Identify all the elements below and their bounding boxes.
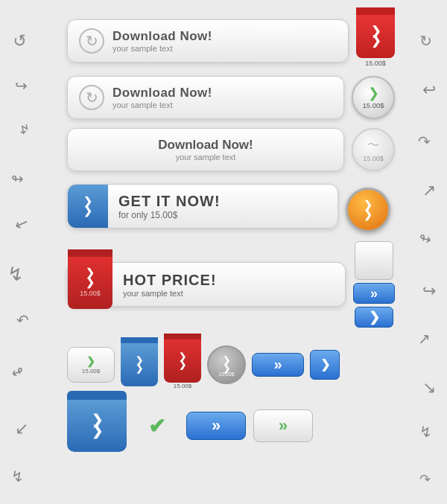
chevron-down-icon-5: ❯: [369, 309, 380, 325]
small-red-price: 15.00$: [174, 383, 191, 389]
white-rect-chevron-icon: »: [279, 416, 288, 436]
btn-sub-3: your sample text: [158, 153, 253, 162]
hot-price-button[interactable]: ❯ ❯ 15.00$ HOT PRICE! your sample text: [67, 262, 346, 307]
small-blue-square-btn[interactable]: ❯: [310, 350, 340, 380]
blue-rect-badge-2: ❯: [355, 307, 393, 328]
circle-arrow-icon-2: [79, 85, 104, 110]
download-button-3[interactable]: Download Now! your sample text: [67, 128, 344, 171]
get-it-text-area: GET IT NOW! for only 15.00$: [108, 193, 337, 220]
chevron-orange-icon: ❯ ❯: [364, 200, 372, 219]
btn-sub-2: your sample text: [112, 101, 212, 109]
arrow-icon-7: ↶: [16, 313, 29, 328]
blue-side-4: ❯ ❯: [68, 185, 108, 228]
download-button-2[interactable]: Download Now! your sample text: [67, 76, 344, 119]
row-4: ❯ ❯ GET IT NOW! for only 15.00$ ❯ ❯: [67, 180, 395, 232]
btn-sub-1: your sample text: [112, 44, 212, 53]
tab-ear-right-1: [375, 7, 395, 15]
hot-price-text-area: HOT PRICE! your sample text: [112, 272, 345, 298]
small-circle-price: 15.00$: [218, 371, 234, 377]
big-chevron-blue: ❯ ❯: [92, 415, 103, 438]
arrow-icon-r9: ↯: [419, 424, 432, 439]
arrow-icon-r2: ↩: [422, 82, 436, 98]
small-btn-1[interactable]: ❯ 15.00$: [67, 347, 115, 383]
btn-text-2: Download Now! your sample text: [112, 86, 212, 109]
arrow-icon-4: ↬: [11, 171, 24, 186]
white-rect-btn[interactable]: »: [253, 409, 313, 442]
small-blue-rect-btn[interactable]: »: [252, 353, 304, 377]
row-3: Download Now! your sample text 〜 15.00$: [67, 128, 395, 171]
small-blue-tag: ❯ ❯: [121, 343, 158, 386]
tab-ear-left-1: [356, 7, 375, 15]
chevron-icon-5: ❯ ❯: [86, 268, 95, 287]
circle-arrow-icon-1: [79, 28, 104, 54]
btn-text-3: Download Now! your sample text: [158, 138, 253, 162]
content-area: Download Now! your sample text ❯ ❯ 15.00…: [67, 15, 395, 452]
badge-price-1: 15.00$: [365, 60, 386, 67]
chevron-green-icon-2: ❯: [368, 86, 379, 100]
row-1: Download Now! your sample text ❯ ❯ 15.00…: [67, 15, 395, 67]
row-5: ❯ ❯ 15.00$ HOT PRICE! your sample text »…: [67, 241, 395, 328]
download-button-1[interactable]: Download Now! your sample text: [67, 19, 349, 63]
red-tag-5: ❯ ❯ 15.00$: [68, 257, 112, 309]
small-price-1: 15.00$: [82, 368, 100, 374]
download-icon-2: [78, 84, 105, 111]
orange-circle-badge: ❯ ❯: [346, 188, 390, 232]
btn-title-1: Download Now!: [112, 29, 212, 44]
small-chevron-blue: ❯ ❯: [136, 357, 143, 373]
chevron-icon-1: ❯ ❯: [371, 27, 381, 46]
arrow-icon-r6: ↪: [422, 283, 436, 299]
btn-title-2: Download Now!: [112, 86, 212, 101]
arrow-icon-r7: ↗: [418, 331, 431, 346]
white-rect-badge: [355, 241, 393, 280]
arrow-icon-9: ↙: [15, 421, 28, 437]
green-checkmark: ✔: [148, 414, 165, 438]
download-icon-1: [78, 28, 105, 54]
small-double-arrow-right: »: [273, 356, 282, 373]
arrow-icon-r1: ↺: [419, 34, 432, 48]
btn-title-3: Download Now!: [158, 138, 253, 152]
blue-wide-rect-btn[interactable]: »: [186, 412, 246, 440]
arrow-icon-r10: ↷: [419, 473, 431, 486]
big-blue-tag[interactable]: ❯ ❯: [67, 400, 127, 452]
arrow-icon-3: ↯: [19, 123, 30, 136]
wide-chevron-right-icon: »: [212, 416, 221, 436]
arrow-icon-6: ↯: [7, 264, 24, 284]
arrow-icon-r3: ↷: [418, 134, 431, 149]
hot-price-sub: your sample text: [123, 289, 335, 298]
row-2: Download Now! your sample text ❯ 15.00$: [67, 76, 395, 119]
red-tab-badge-1: ❯ ❯: [356, 15, 395, 58]
badge-1: ❯ ❯ 15.00$: [356, 15, 395, 67]
badge-price-3: 15.00$: [363, 155, 384, 162]
small-circle-badge[interactable]: ❯ ❯ 15.00$: [207, 345, 246, 384]
small-red-badge[interactable]: ❯ ❯: [164, 339, 201, 383]
small-chevron-red: ❯ ❯: [179, 353, 186, 369]
small-blue-badge[interactable]: ❯ ❯: [121, 343, 158, 386]
small-icons-row: ❯ 15.00$ ❯ ❯ ❯ ❯: [67, 339, 395, 389]
small-chevron-circle: ❯ ❯: [223, 357, 230, 373]
arrow-icon-1: ↺: [12, 33, 28, 51]
arrow-icon-r4: ↗: [422, 182, 436, 199]
arrow-icon-r5: ↬: [418, 229, 434, 247]
tag-price-5: 15.00$: [80, 290, 101, 297]
get-it-sub: for only 15.00$: [118, 210, 327, 220]
hot-price-title: HOT PRICE!: [123, 272, 335, 289]
badge-2: ❯ 15.00$: [352, 76, 395, 119]
chevron-icon-4: ❯ ❯: [83, 197, 92, 215]
main-container: ↺ ↪ ↯ ↬ ↙ ↯ ↶ ↫ ↙ ↯ ↺ ↩ ↷ ↗ ↬ ↪ ↗ ↘ ↯ ↷ …: [0, 0, 447, 504]
arrow-icon-5: ↙: [13, 214, 31, 235]
green-check-area: ✔: [134, 414, 179, 438]
get-it-now-button[interactable]: ❯ ❯ GET IT NOW! for only 15.00$: [67, 184, 338, 229]
arrow-icon-r8: ↘: [422, 380, 436, 396]
badge-4: ❯ ❯: [346, 180, 395, 232]
get-it-title: GET IT NOW!: [118, 193, 327, 210]
arrow-icon-8: ↫: [9, 363, 26, 382]
badge-3: 〜 15.00$: [352, 128, 395, 171]
small-chevron-blue-2: ❯: [320, 357, 330, 371]
btn-text-1: Download Now! your sample text: [112, 29, 212, 53]
blue-rect-badge: »: [353, 283, 395, 304]
bottom-row: ❯ ❯ ✔ » »: [67, 400, 395, 452]
arrow-icon-2: ↪: [15, 78, 28, 93]
chevron-right-icon-5: »: [370, 286, 378, 302]
small-chevron-green-1: ❯: [86, 355, 95, 367]
arrow-icon-10: ↯: [11, 469, 24, 484]
